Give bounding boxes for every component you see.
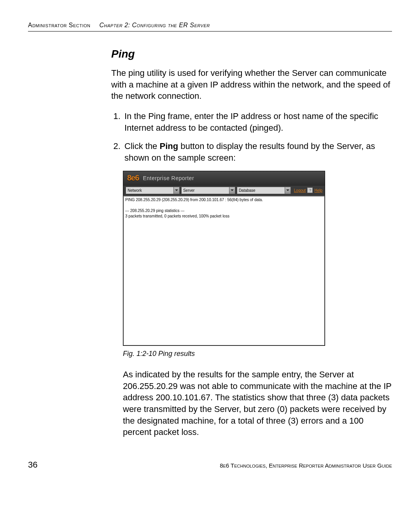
step-2: Click the Ping button to display the res… [123,140,392,163]
app-window: 8e6 Enterprise Reporter Network Server [123,171,325,346]
header-section-right: Chapter 2: Configuring the ER Server [100,22,210,28]
help-question-icon[interactable]: ? [307,188,313,193]
app-menubar: Network Server Database [123,186,325,196]
main-content: Ping The ping utility is used for verify… [111,48,392,438]
step-2-prefix: Click the [124,141,159,151]
menubar-right: Logout ? Help [294,188,322,193]
ping-output: PING 208.255.20.29 (208.255.20.29) from … [123,196,325,345]
intro-paragraph: The ping utility is used for verifying w… [111,67,392,102]
chevron-down-icon [175,189,178,191]
page-footer: 36 8e6 Technologies, Enterprise Reporter… [28,460,392,470]
database-dropdown-label: Database [237,187,285,194]
footer-guide-title: 8e6 Technologies, Enterprise Reporter Ad… [220,462,392,469]
app-titlebar: 8e6 Enterprise Reporter [123,171,325,186]
running-header: Administrator Section Chapter 2: Configu… [28,22,392,32]
step-1: In the Ping frame, enter the IP address … [123,110,392,133]
network-dropdown-label: Network [126,187,174,194]
header-section-left: Administrator Section [28,22,91,28]
chevron-down-icon [286,189,289,191]
server-dropdown-label: Server [181,187,229,194]
chevron-down-icon [231,189,234,191]
page-number: 36 [28,460,37,470]
network-dropdown[interactable]: Network [126,187,180,194]
database-dropdown-button[interactable] [285,187,291,194]
figure-screenshot: 8e6 Enterprise Reporter Network Server [123,171,325,346]
server-dropdown-button[interactable] [229,187,235,194]
results-paragraph: As indicated by the results for the samp… [123,369,392,438]
app-logo: 8e6 [127,174,139,182]
steps-list: In the Ping frame, enter the IP address … [111,110,392,164]
help-link[interactable]: Help [314,188,322,193]
app-subtitle: Enterprise Reporter [143,175,194,181]
server-dropdown[interactable]: Server [181,187,235,194]
logout-link[interactable]: Logout [294,188,306,193]
step-2-bold: Ping [159,141,178,151]
section-title: Ping [111,48,392,60]
database-dropdown[interactable]: Database [237,187,291,194]
network-dropdown-button[interactable] [174,187,180,194]
app-body: PING 208.255.20.29 (208.255.20.29) from … [123,196,325,345]
figure-caption: Fig. 1:2-10 Ping results [123,350,392,358]
